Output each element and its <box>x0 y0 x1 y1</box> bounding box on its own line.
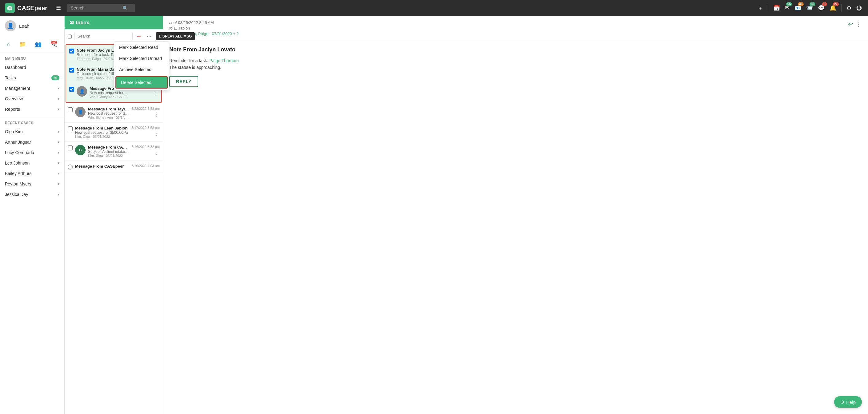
logo-icon: C <box>5 3 15 13</box>
sidebar-item-dashboard[interactable]: Dashboard <box>0 62 64 73</box>
detail-sent-meta: sent 03/25/2022 8:46 AM <box>169 20 848 25</box>
sms-button[interactable]: 💬 3 <box>816 3 826 12</box>
sidebar-home-button[interactable]: ⌂ <box>5 39 12 49</box>
detail-body: Note From Jaclyn Lovato Reminder for a t… <box>163 40 868 414</box>
mail-button[interactable]: 📧 46 <box>793 3 802 12</box>
message-title: Message From Leah Jablon <box>75 126 129 130</box>
message-checkbox[interactable] <box>69 68 74 73</box>
inbox-search-input[interactable] <box>74 32 133 40</box>
message-time: 3/22/2022 8:58 pm <box>131 107 160 110</box>
message-item[interactable]: Message From Leah Jablon New cost reques… <box>65 123 163 142</box>
to-name: L. Jablon <box>174 26 190 30</box>
message-item[interactable]: 👤 Message From Taylor Schoux New cost re… <box>65 104 163 123</box>
top-navigation: C CASEpeer ☰ 🔍 ＋ 📅 ✉ 56 📧 46 📨 36 💬 3 🔔 <box>0 0 868 16</box>
bell-button[interactable]: 🔔 27 <box>828 3 838 12</box>
detail-header-actions: ↩ ⋮ <box>848 20 862 28</box>
sidebar: 👤 Leah ⌂ 📁 👥 📆 MAIN MENU Dashboard Tasks… <box>0 16 65 414</box>
sidebar-item-overview[interactable]: Overview ▾ <box>0 94 64 104</box>
message-checkbox[interactable] <box>68 127 73 131</box>
message-checkbox[interactable] <box>68 107 73 112</box>
message-content: Message From CASEpeer Subject: A client … <box>88 145 129 158</box>
help-label: Help <box>846 400 856 405</box>
message-list-panel: ✉ Inbox → ··· DISPLAY ALL MSG Mark Selec… <box>65 16 163 414</box>
sidebar-item-leo-johnson[interactable]: Leo Johnson ▾ <box>0 158 64 168</box>
message-avatar: C <box>75 145 86 155</box>
more-icon-button[interactable]: ⋮ <box>856 20 862 28</box>
inbox-mail-icon: ✉ <box>69 20 73 26</box>
mark-selected-unread-item[interactable]: Mark Selected Unread <box>114 53 169 64</box>
message-dots-button[interactable]: ⋮ <box>154 150 160 156</box>
sidebar-item-olga-kim[interactable]: Olga Kim ▾ <box>0 127 64 137</box>
message-content: Message From Leah Jablon New cost reques… <box>75 126 129 138</box>
message-avatar: 👤 <box>75 107 86 117</box>
message-title: Message From CASEpeer <box>75 164 129 169</box>
sidebar-item-arthur-jaguar[interactable]: Arthur Jaguar ▾ <box>0 137 64 147</box>
sidebar-nav-icons: ⌂ 📁 👥 📆 <box>0 36 64 53</box>
delete-selected-item[interactable]: Delete Selected <box>116 76 168 89</box>
search-icon: 🔍 <box>123 5 128 10</box>
sidebar-folder-button[interactable]: 📁 <box>17 39 28 49</box>
message-meta: 3/22/2022 8:58 pm ⋮ <box>131 107 160 117</box>
sidebar-item-jessica-day[interactable]: Jessica Day ▾ <box>0 189 64 200</box>
calendar-button[interactable]: 📅 <box>772 3 781 12</box>
sidebar-item-bailey-arthurs[interactable]: Bailey Arthurs ▾ <box>0 168 64 179</box>
inbox-toolbar: → ··· DISPLAY ALL MSG Mark Selected Read… <box>65 29 163 43</box>
message-meta: 3/16/2022 4:03 am <box>131 164 160 168</box>
hamburger-button[interactable]: ☰ <box>54 3 63 12</box>
message-title: Message From Taylor Schoux <box>88 107 129 111</box>
sidebar-calendar-button[interactable]: 📆 <box>49 39 59 49</box>
mail-open-button[interactable]: ✉ 56 <box>784 3 791 12</box>
sidebar-item-reports[interactable]: Reports ▾ <box>0 104 64 114</box>
message-dots-button[interactable]: ⋮ <box>154 131 160 137</box>
reply-button[interactable]: REPLY <box>169 76 198 87</box>
detail-title: Note From Jaclyn Lovato <box>169 46 862 53</box>
chevron-down-icon: ▾ <box>58 171 59 176</box>
message-case: Kim, Olga - 03/01/2022 <box>88 154 129 158</box>
message-dots-button[interactable]: ⋮ <box>154 112 160 117</box>
message-item[interactable]: C Message From CASEpeer Subject: A clien… <box>65 142 163 161</box>
message-case: Win, Sidney Ann - 03/14/2022 <box>88 116 129 119</box>
message-item[interactable]: Message From CASEpeer 3/16/2022 4:03 am <box>65 161 163 173</box>
detail-body-link[interactable]: Paige Thornton <box>209 58 239 63</box>
mark-selected-read-item[interactable]: Mark Selected Read <box>114 42 169 53</box>
tasks-badge: 56 <box>52 75 59 80</box>
settings-button[interactable]: ⚙ <box>845 3 852 12</box>
message-meta: 3/16/2022 3:32 pm ⋮ <box>131 145 160 156</box>
chevron-down-icon: ▾ <box>58 182 59 186</box>
detail-header-info: sent 03/25/2022 8:46 AM to L. Jablon cas… <box>169 20 848 37</box>
display-all-button[interactable]: DISPLAY ALL MSG <box>156 32 195 40</box>
logout-button[interactable]: ⏻ <box>855 4 863 12</box>
arrow-indicator: → <box>136 33 142 40</box>
message-dots-button[interactable]: ⋮ <box>152 91 158 97</box>
recent-cases-title: RECENT CASES <box>0 117 64 127</box>
message-content: Message From CASEpeer <box>75 164 129 169</box>
help-button[interactable]: ⊙ Help <box>834 396 862 408</box>
message-checkbox[interactable] <box>69 87 74 92</box>
inbox-title: Inbox <box>76 20 89 26</box>
sidebar-item-management[interactable]: Management ▾ <box>0 83 64 94</box>
mail2-button[interactable]: 📨 36 <box>805 3 814 12</box>
detail-case-meta: case: Thornton, Paige - 07/01/2020 + 2 <box>169 31 848 36</box>
sent-label: sent <box>169 20 177 25</box>
message-radio[interactable] <box>68 165 73 170</box>
chevron-down-icon: ▾ <box>58 192 59 197</box>
chevron-down-icon: ▾ <box>58 150 59 155</box>
add-button[interactable]: ＋ <box>756 3 764 13</box>
sent-date: 03/25/2022 8:46 AM <box>178 20 214 25</box>
sidebar-people-button[interactable]: 👥 <box>33 39 43 49</box>
inbox-header: ✉ Inbox <box>65 16 163 29</box>
select-all-checkbox[interactable] <box>68 34 72 39</box>
toolbar-dots-button[interactable]: ··· <box>145 32 153 41</box>
reply-icon-button[interactable]: ↩ <box>848 20 853 28</box>
sidebar-item-peyton-myers[interactable]: Peyton Myers ▾ <box>0 179 64 189</box>
sidebar-item-tasks[interactable]: Tasks 56 <box>0 73 64 83</box>
message-checkbox[interactable] <box>69 48 74 54</box>
detail-body-line1: Reminder for a task: <box>169 58 208 63</box>
message-time: 3/16/2022 3:32 pm <box>131 145 160 148</box>
global-search-input[interactable] <box>71 5 120 10</box>
inbox-dropdown-menu: Mark Selected Read Mark Selected Unread … <box>114 41 169 90</box>
archive-selected-item[interactable]: Archive Selected <box>114 64 169 75</box>
sidebar-item-lucy-coronada[interactable]: Lucy Coronada ▾ <box>0 147 64 158</box>
message-checkbox[interactable] <box>68 145 73 150</box>
message-avatar: 👤 <box>76 86 87 97</box>
